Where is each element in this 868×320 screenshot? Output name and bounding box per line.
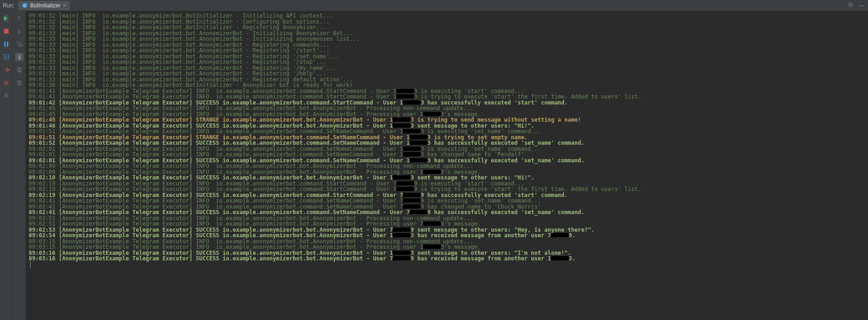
log-line: 09:02:19 [AnonymizerBotExample Telegram …: [29, 186, 865, 192]
log-line: 09:01:33 [main] INFO io.example.anonymiz…: [29, 36, 865, 42]
run-config-name: BotInitializer: [30, 2, 60, 9]
console-caret: |: [29, 262, 865, 268]
log-line: 09:01:36 [main] INFO io.example.anonymiz…: [29, 82, 865, 88]
svg-line-10: [848, 6, 849, 7]
print-icon[interactable]: [15, 66, 24, 74]
svg-rect-19: [18, 68, 20, 69]
svg-line-7: [848, 2, 849, 3]
run-tool-window-header: Run: C BotInitializer × —: [0, 0, 868, 11]
soft-wrap-icon[interactable]: [15, 40, 24, 48]
close-config-icon[interactable]: [2, 79, 11, 87]
step-up-icon[interactable]: [15, 14, 24, 22]
log-line: 09:01:33 [main] INFO io.example.anonymiz…: [29, 48, 865, 54]
log-line: 09:02:41 [AnonymizerBotExample Telegram …: [29, 198, 865, 204]
log-line: 09:01:45 [AnonymizerBotExample Telegram …: [29, 105, 865, 111]
exit-icon[interactable]: [2, 66, 11, 74]
log-line: 09:01:45 [AnonymizerBotExample Telegram …: [29, 117, 865, 123]
hide-icon[interactable]: —: [858, 2, 864, 9]
log-line: 09:02:01 [AnonymizerBotExample Telegram …: [29, 152, 865, 158]
log-line: 09:01:51 [AnonymizerBotExample Telegram …: [29, 129, 865, 135]
svg-rect-21: [18, 81, 21, 85]
console-output[interactable]: 09:01:32 [main] INFO io.example.anonymiz…: [26, 11, 868, 320]
scroll-to-end-icon[interactable]: [15, 53, 24, 61]
svg-text:C: C: [24, 4, 26, 8]
log-line: 09:02:10 [AnonymizerBotExample Telegram …: [29, 175, 865, 181]
svg-rect-11: [4, 29, 9, 33]
log-line: 09:02:41 [AnonymizerBotExample Telegram …: [29, 209, 865, 215]
run-config-tab[interactable]: C BotInitializer ×: [18, 1, 69, 10]
svg-point-15: [6, 56, 7, 57]
stop-icon[interactable]: [2, 27, 11, 35]
svg-rect-13: [7, 42, 8, 47]
settings-icon[interactable]: [847, 1, 854, 9]
log-line: 09:01:33 [main] INFO io.example.anonymiz…: [29, 71, 865, 77]
log-line: 09:03:16 [AnonymizerBotExample Telegram …: [29, 256, 865, 262]
rerun-icon[interactable]: [2, 14, 11, 22]
log-line: 09:02:09 [AnonymizerBotExample Telegram …: [29, 163, 865, 169]
pin-icon[interactable]: [2, 92, 11, 100]
class-icon: C: [22, 2, 28, 8]
log-line: 09:01:32 [main] INFO io.example.anonymiz…: [29, 25, 865, 31]
log-line: 09:01:41 [AnonymizerBotExample Telegram …: [29, 94, 865, 100]
svg-point-2: [849, 4, 851, 6]
svg-line-8: [852, 6, 853, 7]
dump-threads-icon[interactable]: [2, 53, 11, 61]
log-line: 09:03:15 [AnonymizerBotExample Telegram …: [29, 244, 865, 250]
log-line: 09:02:54 [AnonymizerBotExample Telegram …: [29, 233, 865, 239]
pause-icon[interactable]: [2, 40, 11, 48]
svg-rect-12: [4, 42, 6, 47]
run-gutter-primary: [0, 11, 13, 320]
log-line: 09:01:52 [AnonymizerBotExample Telegram …: [29, 140, 865, 146]
svg-line-9: [852, 2, 853, 3]
run-gutter-secondary: [13, 11, 26, 320]
step-down-icon[interactable]: [15, 27, 24, 35]
log-line: 09:01:32 [main] INFO io.example.anonymiz…: [29, 13, 865, 19]
run-label: Run:: [3, 2, 18, 9]
close-tab-icon[interactable]: ×: [63, 2, 66, 9]
log-line: 09:01:33 [main] INFO io.example.anonymiz…: [29, 59, 865, 65]
clear-all-icon[interactable]: [15, 79, 24, 87]
log-line: 09:02:51 [AnonymizerBotExample Telegram …: [29, 221, 865, 227]
